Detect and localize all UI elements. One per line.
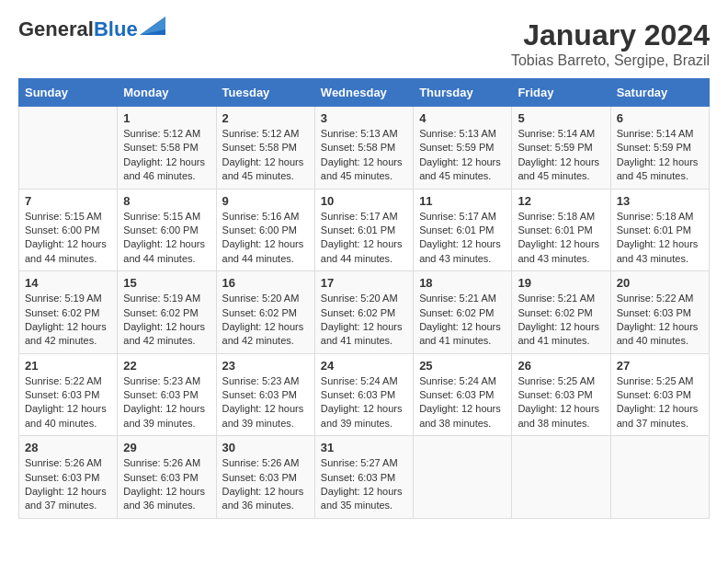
day-info-line: Daylight: 12 hours	[518, 238, 599, 249]
day-info-line: Sunrise: 5:16 AM	[222, 211, 300, 222]
day-number: 27	[617, 359, 703, 373]
day-info-line: and 44 minutes.	[321, 253, 392, 264]
day-info: Sunrise: 5:17 AMSunset: 6:01 PMDaylight:…	[419, 210, 506, 267]
day-info-line: Daylight: 12 hours	[25, 403, 107, 414]
day-info: Sunrise: 5:13 AMSunset: 5:58 PMDaylight:…	[321, 127, 407, 184]
day-number: 12	[518, 194, 604, 208]
day-number: 16	[222, 276, 309, 290]
day-info-line: and 41 minutes.	[518, 335, 589, 346]
day-info-line: Sunrise: 5:27 AM	[321, 457, 398, 468]
day-info-line: Sunrise: 5:14 AM	[518, 128, 595, 139]
day-info-line: and 40 minutes.	[25, 418, 97, 429]
day-info-line: Daylight: 12 hours	[321, 486, 403, 497]
day-info: Sunrise: 5:12 AMSunset: 5:58 PMDaylight:…	[222, 127, 309, 184]
subtitle: Tobias Barreto, Sergipe, Brazil	[511, 52, 710, 69]
day-info-line: Daylight: 12 hours	[25, 321, 107, 332]
day-info-line: Sunrise: 5:23 AM	[222, 375, 300, 386]
day-info-line: and 37 minutes.	[25, 500, 97, 511]
calendar-cell: 7Sunrise: 5:15 AMSunset: 6:00 PMDaylight…	[19, 189, 118, 271]
day-info-line: Daylight: 12 hours	[25, 238, 107, 249]
header-cell-saturday: Saturday	[610, 79, 709, 107]
day-info-line: Sunset: 6:03 PM	[123, 389, 198, 400]
logo-text: GeneralBlue	[18, 18, 138, 40]
day-number: 26	[518, 359, 604, 373]
day-number: 20	[617, 276, 703, 290]
day-info-line: Sunrise: 5:25 AM	[518, 375, 595, 386]
day-info: Sunrise: 5:20 AMSunset: 6:02 PMDaylight:…	[222, 292, 309, 349]
day-info-line: Sunset: 5:59 PM	[419, 142, 494, 153]
calendar-cell: 5Sunrise: 5:14 AMSunset: 5:59 PMDaylight…	[512, 107, 610, 190]
day-info: Sunrise: 5:24 AMSunset: 6:03 PMDaylight:…	[321, 374, 407, 431]
day-info-line: and 45 minutes.	[518, 170, 589, 181]
day-info-line: Sunset: 6:02 PM	[222, 307, 297, 318]
calendar-cell: 27Sunrise: 5:25 AMSunset: 6:03 PMDayligh…	[610, 353, 709, 436]
day-info-line: Sunrise: 5:24 AM	[419, 375, 496, 386]
day-info: Sunrise: 5:21 AMSunset: 6:02 PMDaylight:…	[419, 292, 506, 349]
calendar-cell: 30Sunrise: 5:26 AMSunset: 6:03 PMDayligh…	[216, 436, 314, 519]
calendar-cell: 18Sunrise: 5:21 AMSunset: 6:02 PMDayligh…	[414, 271, 512, 354]
day-info-line: Daylight: 12 hours	[222, 403, 304, 414]
day-info-line: Sunset: 6:00 PM	[123, 224, 198, 236]
day-info-line: Sunrise: 5:21 AM	[518, 293, 595, 304]
day-info-line: Sunset: 6:01 PM	[419, 224, 494, 236]
day-info: Sunrise: 5:19 AMSunset: 6:02 PMDaylight:…	[25, 292, 111, 349]
calendar-cell: 19Sunrise: 5:21 AMSunset: 6:02 PMDayligh…	[512, 271, 610, 354]
calendar-cell: 21Sunrise: 5:22 AMSunset: 6:03 PMDayligh…	[19, 353, 118, 436]
day-number: 3	[321, 111, 407, 125]
day-info-line: and 41 minutes.	[419, 335, 491, 346]
day-info-line: Sunrise: 5:26 AM	[25, 457, 102, 468]
day-info-line: Daylight: 12 hours	[617, 321, 699, 332]
day-info-line: Sunset: 6:01 PM	[617, 224, 691, 236]
day-number: 5	[518, 111, 604, 125]
day-info: Sunrise: 5:25 AMSunset: 6:03 PMDaylight:…	[617, 374, 703, 431]
day-info-line: Sunset: 6:00 PM	[222, 224, 297, 236]
calendar-cell: 14Sunrise: 5:19 AMSunset: 6:02 PMDayligh…	[19, 271, 118, 354]
header-cell-tuesday: Tuesday	[216, 79, 314, 107]
day-number: 15	[123, 276, 210, 290]
day-info-line: Sunrise: 5:12 AM	[123, 128, 200, 139]
day-info-line: Sunset: 6:03 PM	[25, 472, 99, 483]
day-info: Sunrise: 5:23 AMSunset: 6:03 PMDaylight:…	[222, 374, 309, 431]
header-cell-friday: Friday	[512, 79, 610, 107]
day-info-line: Sunrise: 5:22 AM	[617, 293, 694, 304]
week-row-1: 1Sunrise: 5:12 AMSunset: 5:58 PMDaylight…	[19, 107, 710, 190]
calendar-cell: 8Sunrise: 5:15 AMSunset: 6:00 PMDaylight…	[118, 189, 216, 271]
day-info: Sunrise: 5:25 AMSunset: 6:03 PMDaylight:…	[518, 374, 604, 431]
day-info-line: and 43 minutes.	[518, 253, 589, 264]
day-info-line: Sunrise: 5:23 AM	[123, 375, 200, 386]
day-number: 29	[123, 441, 210, 454]
day-info-line: Daylight: 12 hours	[222, 486, 304, 497]
day-info-line: Sunrise: 5:20 AM	[321, 293, 398, 304]
day-info-line: Sunrise: 5:26 AM	[222, 457, 300, 468]
day-number: 14	[25, 276, 111, 290]
header-cell-thursday: Thursday	[414, 79, 512, 107]
day-info-line: and 36 minutes.	[222, 500, 294, 511]
week-row-3: 14Sunrise: 5:19 AMSunset: 6:02 PMDayligh…	[19, 271, 710, 354]
day-number: 30	[222, 441, 309, 454]
day-info-line: Sunset: 6:02 PM	[123, 307, 198, 318]
day-number: 18	[419, 276, 506, 290]
day-info: Sunrise: 5:20 AMSunset: 6:02 PMDaylight:…	[321, 292, 407, 349]
day-info: Sunrise: 5:16 AMSunset: 6:00 PMDaylight:…	[222, 210, 309, 267]
main-title: January 2024	[511, 18, 710, 52]
day-info: Sunrise: 5:18 AMSunset: 6:01 PMDaylight:…	[518, 210, 604, 267]
logo: GeneralBlue	[18, 18, 165, 40]
day-info-line: Sunset: 6:01 PM	[518, 224, 592, 236]
day-info-line: Daylight: 12 hours	[321, 403, 403, 414]
day-info-line: Sunset: 6:03 PM	[518, 389, 592, 400]
header-cell-sunday: Sunday	[19, 79, 118, 107]
week-row-5: 28Sunrise: 5:26 AMSunset: 6:03 PMDayligh…	[19, 436, 710, 519]
header: GeneralBlue January 2024 Tobias Barreto,…	[18, 18, 710, 69]
calendar-cell: 29Sunrise: 5:26 AMSunset: 6:03 PMDayligh…	[118, 436, 216, 519]
day-info: Sunrise: 5:21 AMSunset: 6:02 PMDaylight:…	[518, 292, 604, 349]
day-number: 13	[617, 194, 703, 208]
day-info-line: Daylight: 12 hours	[222, 156, 304, 167]
day-number: 28	[25, 441, 111, 454]
day-info-line: Sunset: 5:58 PM	[123, 142, 198, 153]
day-info-line: Daylight: 12 hours	[419, 238, 501, 249]
day-info: Sunrise: 5:24 AMSunset: 6:03 PMDaylight:…	[419, 374, 506, 431]
day-info-line: Sunrise: 5:14 AM	[617, 128, 694, 139]
day-number: 11	[419, 194, 506, 208]
day-info-line: Sunrise: 5:19 AM	[25, 293, 102, 304]
day-number: 8	[123, 194, 210, 208]
